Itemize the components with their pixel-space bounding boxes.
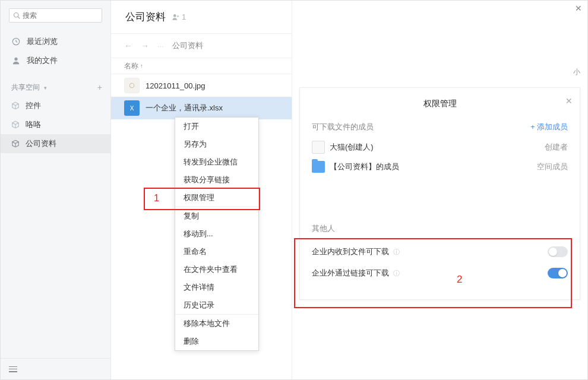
image-file-icon: [124, 78, 140, 93]
context-menu: 打开 另存为 转发到企业微信 获取分享链接 权限管理 复制 移动到... 重命名…: [175, 117, 259, 351]
menu-view-in-folder[interactable]: 在文件夹中查看: [175, 261, 258, 278]
space-label: 控件: [26, 100, 41, 111]
menu-copy[interactable]: 复制: [175, 207, 258, 225]
cube-icon: [11, 140, 20, 148]
add-member-button[interactable]: + 添加成员: [530, 122, 568, 132]
right-hint-size-col: 小: [573, 67, 580, 77]
folder-icon: [312, 161, 325, 173]
shared-space-title: 共享空间: [11, 83, 40, 91]
cube-icon: [11, 102, 20, 110]
space-label: 咯咯: [26, 119, 41, 130]
space-label: 公司资料: [26, 138, 56, 149]
nav-recent-label: 最近浏览: [27, 36, 58, 47]
chevron-down-icon: ▾: [44, 85, 47, 91]
menu-get-link[interactable]: 获取分享链接: [175, 171, 258, 189]
toggle-internal-switch[interactable]: [548, 246, 568, 257]
toggle-external-switch[interactable]: [548, 268, 568, 278]
menu-icon[interactable]: [9, 366, 17, 372]
svg-point-0: [14, 13, 19, 18]
svg-point-3: [14, 58, 17, 61]
toggle-label: 企业外通过链接可下载: [312, 268, 389, 277]
svg-point-4: [173, 14, 176, 17]
others-title: 其他人: [312, 224, 568, 234]
download-members-header: 可下载文件的成员 + 添加成员: [300, 120, 580, 137]
menu-move-to[interactable]: 移动到...: [175, 225, 258, 243]
svg-point-6: [129, 83, 134, 88]
search-input[interactable]: [23, 11, 98, 20]
add-space-button[interactable]: +: [97, 83, 102, 92]
member-name: 【公司资料】的成员: [330, 162, 399, 172]
page-title: 公司资料: [125, 10, 166, 24]
nav-forward-button[interactable]: →: [141, 41, 149, 50]
menu-delete[interactable]: 删除: [175, 332, 258, 350]
menu-permission[interactable]: 权限管理: [175, 189, 258, 207]
file-name: 12021011_00.jpg: [146, 81, 206, 90]
menu-history[interactable]: 历史记录: [175, 296, 258, 314]
nav-myfiles[interactable]: 我的文件: [1, 51, 110, 70]
breadcrumb-current[interactable]: 公司资料: [172, 40, 203, 51]
permission-close-button[interactable]: ✕: [565, 96, 573, 106]
svg-point-5: [177, 15, 179, 17]
permission-title-text: 权限管理: [423, 99, 457, 108]
member-role: 创建者: [545, 142, 568, 153]
nav-back-button[interactable]: ←: [124, 41, 132, 50]
member-count-value: 1: [182, 12, 186, 21]
others-section: 其他人 企业内收到文件可下载 ⓘ 企业外通过链接可下载 ⓘ: [300, 224, 580, 284]
nav-section: 最近浏览 我的文件: [1, 28, 110, 70]
member-role: 空间成员: [537, 162, 568, 172]
space-item-0[interactable]: 控件: [1, 96, 110, 115]
cube-icon: [11, 121, 20, 129]
permission-title: 权限管理 ✕: [300, 88, 580, 120]
permission-card: 权限管理 ✕ 可下载文件的成员 + 添加成员 大猫(创建人) 创建者 【公司资料…: [299, 87, 580, 300]
menu-details[interactable]: 文件详情: [175, 278, 258, 296]
menu-open[interactable]: 打开: [175, 118, 258, 135]
download-members-label: 可下载文件的成员: [312, 122, 374, 132]
info-icon[interactable]: ⓘ: [393, 270, 400, 277]
bottom-bar: [1, 358, 111, 379]
panel-top-close-button[interactable]: ✕: [573, 3, 584, 14]
file-name: 一个企业，通讯录.xlsx: [146, 103, 223, 113]
avatar-icon: [312, 141, 325, 154]
toggle-internal-download: 企业内收到文件可下载 ⓘ: [312, 241, 568, 262]
toggle-label: 企业内收到文件可下载: [312, 247, 389, 256]
search-input-wrap[interactable]: [9, 8, 102, 23]
toggle-external-download: 企业外通过链接可下载 ⓘ: [312, 262, 568, 284]
member-row-1[interactable]: 【公司资料】的成员 空间成员: [300, 157, 580, 176]
nav-myfiles-label: 我的文件: [27, 55, 58, 66]
col-name: 名称: [124, 61, 138, 71]
xlsx-file-icon: X: [124, 100, 140, 116]
member-name: 大猫(创建人): [330, 142, 374, 153]
space-item-1[interactable]: 咯咯: [1, 115, 110, 134]
menu-forward[interactable]: 转发到企业微信: [175, 153, 258, 171]
info-icon[interactable]: ⓘ: [393, 248, 400, 255]
right-panel: ✕ 小 B B 权限管理 ✕ 可下载文件的成员 + 添加成员 大猫(创建人) 创…: [292, 1, 587, 379]
space-item-2[interactable]: 公司资料: [1, 134, 110, 153]
member-row-0[interactable]: 大猫(创建人) 创建者: [300, 137, 580, 157]
menu-rename[interactable]: 重命名: [175, 243, 258, 261]
sidebar: 最近浏览 我的文件 共享空间 ▾ + 控件 咯咯 公司资料: [1, 1, 111, 379]
nav-recent[interactable]: 最近浏览: [1, 32, 110, 51]
breadcrumb-separator: ···: [157, 42, 164, 50]
member-count[interactable]: 1: [172, 12, 186, 21]
shared-space-header[interactable]: 共享空间 ▾ +: [1, 78, 110, 96]
svg-line-1: [18, 17, 20, 18]
menu-remove-local[interactable]: 移除本地文件: [175, 315, 258, 332]
clock-icon: [11, 37, 21, 46]
sort-indicator-icon: ↑: [140, 63, 143, 69]
search-icon: [13, 12, 20, 19]
person-icon: [11, 56, 21, 65]
menu-save-as[interactable]: 另存为: [175, 135, 258, 153]
